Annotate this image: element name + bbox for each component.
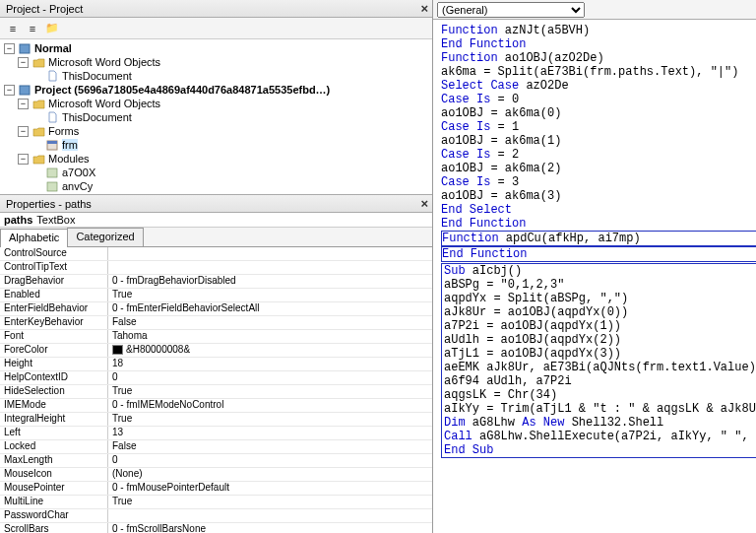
- code-line: Function azNJt(a5BVH): [441, 24, 756, 37]
- code-object-dropdown[interactable]: (General): [437, 2, 585, 18]
- property-name: MultiLine: [0, 496, 108, 508]
- property-value[interactable]: 0 - fmScrollBarsNone: [108, 523, 432, 533]
- property-row[interactable]: DragBehavior0 - fmDragBehaviorDisabled: [0, 275, 432, 289]
- property-value[interactable]: 18: [108, 358, 432, 370]
- code-line: End Sub: [444, 443, 756, 457]
- property-value[interactable]: [108, 261, 432, 274]
- view-object-icon[interactable]: ≡: [24, 20, 41, 37]
- tree-node-thisdocument-2[interactable]: ThisDocument: [2, 110, 430, 124]
- object-type: TextBox: [36, 214, 75, 226]
- property-row[interactable]: MouseIcon(None): [0, 468, 432, 482]
- property-value[interactable]: 13: [108, 427, 432, 439]
- tree-toggle[interactable]: −: [18, 57, 29, 68]
- property-value[interactable]: &H80000008&: [108, 344, 432, 357]
- svg-rect-5: [47, 182, 57, 191]
- code-line: a6f94 aUdlh, a7P2i: [444, 374, 756, 388]
- property-value[interactable]: 0 - fmIMEModeNoControl: [108, 399, 432, 412]
- property-name: ControlSource: [0, 247, 108, 260]
- property-row[interactable]: ControlSource: [0, 247, 432, 261]
- view-code-icon[interactable]: ≡: [4, 20, 22, 37]
- vba-project-icon: [18, 42, 32, 54]
- code-object-dropdown-bar: (General): [433, 0, 756, 20]
- property-value[interactable]: 0: [108, 371, 432, 384]
- project-pane-title: Project - Project: [6, 3, 83, 15]
- property-name: MaxLength: [0, 454, 108, 467]
- tree-label: Forms: [48, 125, 79, 137]
- property-tabs: Alphabetic Categorized: [0, 228, 432, 247]
- property-row[interactable]: ControlTipText: [0, 261, 432, 275]
- property-name: ScrollBars: [0, 523, 108, 533]
- tree-node-module[interactable]: a7O0X: [2, 166, 430, 179]
- property-row[interactable]: EnterFieldBehavior0 - fmEnterFieldBehavi…: [0, 302, 432, 316]
- property-value[interactable]: 0 - fmEnterFieldBehaviorSelectAll: [108, 302, 432, 315]
- tree-node-frm[interactable]: frm: [2, 138, 430, 152]
- property-value[interactable]: Tahoma: [108, 330, 432, 343]
- property-value[interactable]: True: [108, 289, 432, 301]
- tree-toggle[interactable]: −: [18, 99, 29, 109]
- code-line: ao1OBJ = ak6ma(3): [441, 189, 756, 203]
- close-icon[interactable]: ×: [420, 1, 428, 16]
- tree-node-module[interactable]: anvCy: [2, 179, 430, 193]
- code-line: Case Is = 2: [441, 148, 756, 162]
- property-row[interactable]: LockedFalse: [0, 440, 432, 454]
- property-row[interactable]: EnabledTrue: [0, 289, 432, 302]
- property-value[interactable]: 0: [108, 454, 432, 467]
- tree-node-word-objects-2[interactable]: − Microsoft Word Objects: [2, 97, 430, 110]
- tree-toggle[interactable]: −: [18, 154, 29, 165]
- property-row[interactable]: IntegralHeightTrue: [0, 413, 432, 427]
- property-value[interactable]: False: [108, 440, 432, 453]
- tab-alphabetic[interactable]: Alphabetic: [0, 229, 68, 247]
- tree-node-forms[interactable]: − Forms: [2, 124, 430, 138]
- property-value[interactable]: True: [108, 413, 432, 426]
- property-row[interactable]: FontTahoma: [0, 330, 432, 344]
- property-value[interactable]: (None): [108, 468, 432, 481]
- property-row[interactable]: IMEMode0 - fmIMEModeNoControl: [0, 399, 432, 413]
- property-value[interactable]: [108, 509, 432, 522]
- folder-icon: [32, 125, 45, 137]
- document-icon: [45, 70, 59, 82]
- property-row[interactable]: PasswordChar: [0, 509, 432, 523]
- project-toolbar: ≡ ≡ 📁: [0, 18, 432, 39]
- property-row[interactable]: MousePointer0 - fmMousePointerDefault: [0, 482, 432, 496]
- property-row[interactable]: MaxLength0: [0, 454, 432, 468]
- code-line: Select Case azO2De: [441, 79, 756, 93]
- property-row[interactable]: Left13: [0, 427, 432, 440]
- code-line: ao1OBJ = ak6ma(1): [441, 134, 756, 148]
- property-grid[interactable]: ControlSourceControlTipTextDragBehavior0…: [0, 247, 432, 533]
- code-line: Function apdCu(afkHp, ai7mp): [441, 231, 756, 246]
- tree-node-word-objects[interactable]: − Microsoft Word Objects: [2, 55, 430, 69]
- property-name: Enabled: [0, 289, 108, 301]
- module-icon: [45, 180, 59, 192]
- tree-node-modules[interactable]: − Modules: [2, 152, 430, 166]
- tree-node-thisdocument[interactable]: ThisDocument: [2, 69, 430, 83]
- property-value[interactable]: True: [108, 385, 432, 398]
- property-row[interactable]: EnterKeyBehaviorFalse: [0, 316, 432, 330]
- code-line: End Function: [441, 37, 756, 51]
- property-value[interactable]: True: [108, 496, 432, 508]
- tab-categorized[interactable]: Categorized: [67, 228, 143, 246]
- code-line: Case Is = 0: [441, 93, 756, 106]
- property-row[interactable]: Height18: [0, 358, 432, 371]
- property-value[interactable]: False: [108, 316, 432, 329]
- form-icon: [45, 139, 59, 151]
- tree-toggle[interactable]: −: [4, 85, 15, 96]
- svg-rect-0: [20, 44, 30, 53]
- property-row[interactable]: MultiLineTrue: [0, 496, 432, 509]
- tree-label: a7O0X: [62, 167, 95, 178]
- property-value[interactable]: 0 - fmMousePointerDefault: [108, 482, 432, 495]
- tree-toggle[interactable]: −: [4, 43, 15, 54]
- tree-node-normal[interactable]: − Normal: [2, 41, 430, 55]
- object-selector[interactable]: paths TextBox: [0, 213, 432, 228]
- tree-node-project[interactable]: − Project (5696a71805e4a4869af440d76a848…: [2, 83, 430, 97]
- property-row[interactable]: ForeColor&H80000008&: [0, 344, 432, 358]
- tree-label: ThisDocument: [62, 111, 132, 123]
- property-row[interactable]: HelpContextID0: [0, 371, 432, 385]
- code-editor[interactable]: Function azNJt(a5BVH)End FunctionFunctio…: [433, 20, 756, 533]
- tree-toggle[interactable]: −: [18, 126, 29, 137]
- property-row[interactable]: HideSelectionTrue: [0, 385, 432, 399]
- close-icon[interactable]: ×: [420, 196, 428, 211]
- property-value[interactable]: [108, 247, 432, 260]
- folder-icon[interactable]: 📁: [43, 20, 61, 37]
- property-row[interactable]: ScrollBars0 - fmScrollBarsNone: [0, 523, 432, 533]
- property-value[interactable]: 0 - fmDragBehaviorDisabled: [108, 275, 432, 288]
